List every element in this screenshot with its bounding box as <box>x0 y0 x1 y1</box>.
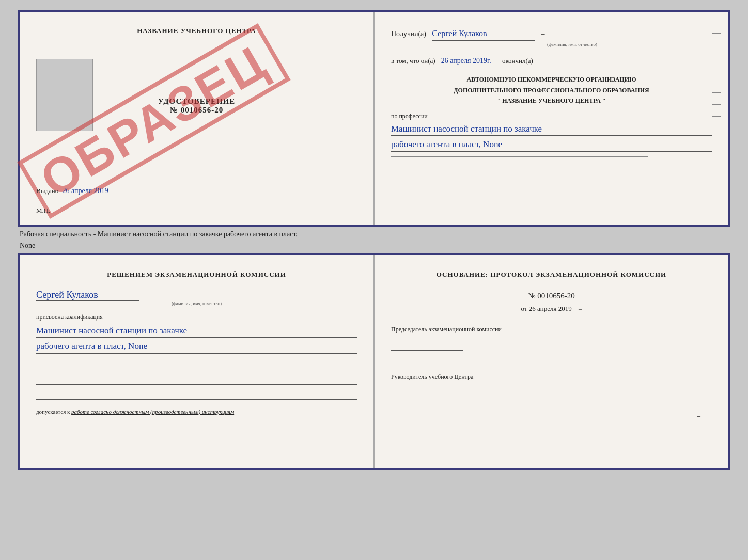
bottom-right-dashes <box>391 155 712 163</box>
mp-label: М.П. <box>36 206 50 215</box>
kvali-line1: Машинист насосной станции по закачке <box>36 324 357 338</box>
cert-left-panel: НАЗВАНИЕ УЧЕБНОГО ЦЕНТРА ОБРАЗЕЦ УДОСТОВ… <box>20 12 375 225</box>
vydano-date: 26 апреля 2019 <box>63 187 108 195</box>
specialty-text: Рабочая специальность - Машинист насосно… <box>18 230 730 250</box>
blank-line-4 <box>36 420 357 431</box>
cert-school-title: НАЗВАНИЕ УЧЕБНОГО ЦЕНТРА <box>36 27 357 35</box>
bottom-right-heading: Основание: протокол экзаменационной коми… <box>391 269 712 280</box>
poluchil-label: Получил(a) <box>391 30 426 38</box>
okonchil-label: окончил(a) <box>502 57 533 65</box>
profession-line1: Машинист насосной станции по закачке <box>391 122 712 136</box>
vtom-label: в том, что он(a) <box>391 57 435 65</box>
right-dashes-bottom <box>712 276 721 404</box>
dopusk-work-text: работе согласно должностным (производств… <box>71 409 234 415</box>
blank-line-1 <box>36 358 357 369</box>
bottom-date: 26 апреля 2019 <box>529 305 572 313</box>
profession-line2: рабочего агента в пласт, None <box>391 138 712 152</box>
rukovoditel-label: Руководитель учебного Центра <box>391 372 712 382</box>
predsedatel-label: Председатель экзаменационной комиссии <box>391 324 712 334</box>
bottom-name: Сергей Кулаков <box>36 290 139 301</box>
poluchil-name: Сергей Кулаков <box>432 27 535 41</box>
blank-line-2 <box>36 373 357 385</box>
predsedatel-sign-line <box>391 337 463 351</box>
org-text: АВТОНОМНУЮ НЕКОММЕРЧЕСКУЮ ОРГАНИЗАЦИЮ ДО… <box>391 74 712 106</box>
fam-label-top: (фамилия, имя, отчество) <box>432 41 712 48</box>
org-line1: АВТОНОМНУЮ НЕКОММЕРЧЕСКУЮ ОРГАНИЗАЦИЮ <box>391 74 712 85</box>
vtom-date: 26 апреля 2019г. <box>441 55 491 67</box>
bottom-heading: Решением экзаменационной комиссии <box>36 269 357 280</box>
cert-bottom-left-panel: Решением экзаменационной комиссии Сергей… <box>20 255 375 468</box>
bottom-right-date: от 26 апреля 2019 – <box>391 305 712 313</box>
dopusk-prefix: допускается к <box>36 409 70 415</box>
bottom-right-num: № 0010656-20 <box>391 292 712 300</box>
bottom-certificate-spread: Решением экзаменационной комиссии Сергей… <box>18 253 730 470</box>
bottom-fam-label: (фамилия, имя, отчество) <box>36 301 357 306</box>
top-certificate-spread: НАЗВАНИЕ УЧЕБНОГО ЦЕНТРА ОБРАЗЕЦ УДОСТОВ… <box>18 10 730 227</box>
vydano-label: Выдано <box>36 187 58 195</box>
kvali-label: присвоена квалификация <box>36 313 357 321</box>
photo-placeholder <box>36 59 93 131</box>
dopusk-text: допускается к работе согласно должностны… <box>36 408 357 416</box>
blank-line-3 <box>36 389 357 400</box>
cert-bottom-right-panel: Основание: протокол экзаменационной коми… <box>375 255 728 468</box>
cert-right-panel: Получил(a) Сергей Кулаков – (фамилия, им… <box>375 12 728 225</box>
date-prefix: от <box>521 305 527 312</box>
vtom-line: в том, что он(a) 26 апреля 2019г. окончи… <box>391 55 712 67</box>
extra-dashes-right: – – <box>391 412 712 433</box>
rukovoditel-block: Руководитель учебного Центра <box>391 372 712 402</box>
predsedatel-block: Председатель экзаменационной комиссии <box>391 324 712 360</box>
cert-vydano: Выдано 26 апреля 2019 <box>36 187 108 195</box>
org-line2: ДОПОЛНИТЕЛЬНОГО ПРОФЕССИОНАЛЬНОГО ОБРАЗО… <box>391 85 712 95</box>
kvali-line2: рабочего агента в пласт, None <box>36 340 357 354</box>
right-dashes <box>712 33 721 117</box>
rukovoditel-sign-line <box>391 384 463 398</box>
dash-group-1 <box>391 357 712 360</box>
bottom-name-block: Сергей Кулаков (фамилия, имя, отчество) <box>36 290 357 306</box>
poluchil-line: Получил(a) Сергей Кулаков – (фамилия, им… <box>391 27 712 48</box>
profession-label: по профессии <box>391 113 712 120</box>
org-line3: " НАЗВАНИЕ УЧЕБНОГО ЦЕНТРА " <box>391 95 712 106</box>
